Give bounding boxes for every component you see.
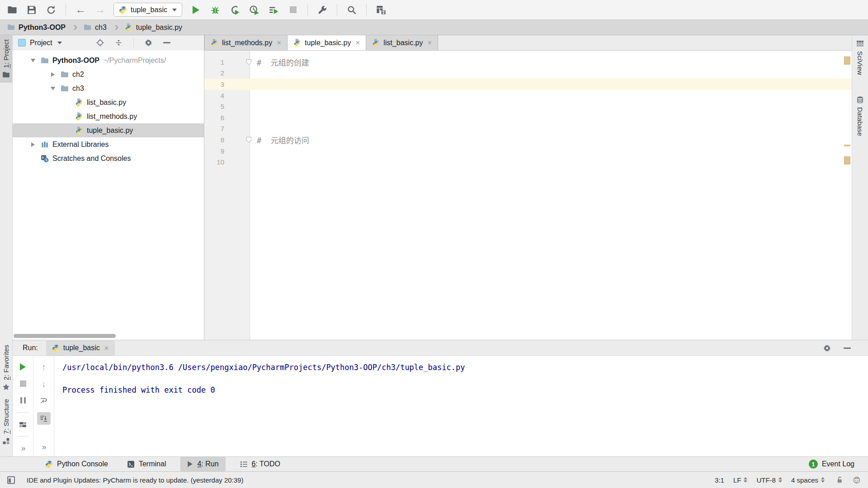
search-everywhere-button[interactable]	[346, 3, 358, 17]
expand-arrow-icon[interactable]	[49, 84, 57, 93]
close-tab-icon[interactable]: ×	[104, 344, 109, 352]
overview-ruler-mark[interactable]	[844, 56, 850, 65]
expand-arrow-icon[interactable]	[29, 56, 37, 65]
pause-output-button[interactable]	[17, 395, 29, 405]
code-editor[interactable]: 1 # 元组的创建 2 3	[204, 51, 852, 340]
scroll-to-end-button[interactable]	[37, 412, 51, 425]
tool-tab-sciview[interactable]: SciView	[856, 35, 864, 80]
debug-button[interactable]	[209, 3, 221, 17]
run-concurrency-button[interactable]	[268, 3, 279, 17]
tool-tab-run[interactable]: 4: Run	[180, 457, 225, 471]
soft-wrap-icon	[40, 397, 47, 404]
unlock-icon[interactable]	[835, 476, 844, 484]
hide-panel-icon[interactable]	[844, 347, 851, 349]
open-button[interactable]	[6, 3, 18, 17]
rerun-button[interactable]	[17, 362, 29, 372]
profile-button[interactable]	[248, 3, 260, 17]
chevron-down-icon[interactable]	[57, 42, 62, 44]
tool-tab-structure[interactable]: 7: Structure	[0, 395, 12, 449]
indent-widget[interactable]: 4 spaces	[791, 476, 825, 484]
run-with-coverage-button[interactable]	[229, 3, 241, 17]
event-log-button[interactable]: 1 Event Log	[809, 457, 854, 471]
right-tool-stripe: SciView Database	[852, 35, 868, 340]
editor-line-current: 3	[204, 79, 852, 90]
prev-occurrence-button[interactable]: ↑	[38, 362, 50, 372]
hide-panel-icon[interactable]	[163, 42, 170, 43]
close-tab-icon[interactable]: ×	[277, 39, 281, 47]
tab-list-methods[interactable]: list_methods.py ×	[204, 35, 288, 50]
tree-item-tuple-basic[interactable]: tuple_basic.py	[13, 123, 204, 137]
run-tab-tuple-basic[interactable]: tuple_basic ×	[46, 340, 115, 356]
horizontal-scrollbar[interactable]	[14, 334, 116, 338]
overview-ruler-mark[interactable]	[844, 145, 850, 146]
breadcrumb-item-folder[interactable]: ch3	[84, 23, 107, 32]
tab-list-basic[interactable]: list_basic.py ×	[366, 35, 438, 50]
caret-position-widget[interactable]: 3:1	[715, 476, 724, 484]
restore-layout-button[interactable]	[17, 419, 29, 429]
gear-icon[interactable]	[823, 344, 831, 352]
editor-line: 9	[204, 145, 852, 157]
collapse-arrow-icon[interactable]	[49, 70, 57, 79]
line-number: 6	[204, 114, 250, 122]
stop-button[interactable]	[287, 3, 299, 17]
overview-ruler-mark[interactable]	[844, 156, 850, 164]
python-file-icon	[372, 39, 380, 47]
folder-icon	[84, 23, 91, 31]
more-actions-button[interactable]: »	[17, 443, 29, 453]
run-console: /usr/local/bin/python3.6 /Users/pengxiao…	[54, 356, 868, 456]
project-panel-title: Project	[30, 39, 52, 47]
encoding-widget[interactable]: UTF-8	[756, 476, 782, 484]
sync-button[interactable]	[45, 3, 57, 17]
breadcrumb-item-file[interactable]: tuple_basic.py	[125, 23, 182, 32]
tree-item-scratches[interactable]: Scratches and Consoles	[13, 151, 204, 165]
toolbar-separator	[17, 436, 29, 436]
tool-tab-database[interactable]: Database	[856, 91, 864, 141]
python-file-icon	[75, 127, 83, 135]
console-blank-line	[62, 373, 868, 385]
code-comment: # 元组的创建	[257, 56, 309, 68]
tab-tuple-basic[interactable]: tuple_basic.py ×	[288, 35, 366, 50]
run-button[interactable]	[190, 3, 202, 17]
run-toolbar-primary: »	[13, 356, 33, 456]
tool-tab-python-console[interactable]: Python Console	[41, 457, 113, 471]
close-tab-icon[interactable]: ×	[428, 39, 432, 47]
more-actions-button[interactable]: »	[38, 442, 50, 452]
back-button[interactable]: ←	[75, 3, 86, 17]
forward-button[interactable]: →	[94, 3, 106, 17]
tree-item-list-basic[interactable]: list_basic.py	[13, 95, 204, 109]
stop-process-button[interactable]	[17, 379, 29, 389]
soft-wrap-button[interactable]	[38, 395, 50, 405]
tool-tab-todo[interactable]: 6: TODO	[236, 457, 285, 471]
breadcrumb-item-project[interactable]: Python3-OOP	[7, 23, 66, 32]
close-tab-icon[interactable]: ×	[355, 39, 360, 47]
main-area: 1: Project 2: Favorites 7: Structure Pro…	[0, 35, 868, 456]
sciview-icon	[856, 40, 864, 47]
database-icon	[856, 96, 864, 103]
run-configuration-select[interactable]: tuple_basic	[113, 3, 182, 17]
window-save-icon	[376, 5, 386, 15]
run-panel-body: » ↑ ↓ » /usr/local/bin/python3.6 /Users/…	[13, 356, 868, 456]
locate-file-icon[interactable]	[96, 39, 104, 47]
console-command-line: /usr/local/bin/python3.6 /Users/pengxiao…	[62, 362, 868, 373]
save-button[interactable]	[26, 3, 38, 17]
collapse-all-icon[interactable]	[115, 39, 123, 47]
inspections-hector-icon[interactable]	[853, 476, 861, 484]
tree-item-ch3[interactable]: ch3	[13, 81, 204, 95]
gear-icon[interactable]	[145, 39, 152, 47]
tool-tab-project[interactable]: 1: Project	[0, 35, 12, 83]
tool-tab-terminal[interactable]: Terminal	[123, 457, 170, 471]
save-layout-button[interactable]	[375, 3, 387, 17]
tree-item-project-root[interactable]: Python3-OOP ~/PycharmProjects/	[13, 53, 204, 67]
tree-item-list-methods[interactable]: list_methods.py	[13, 109, 204, 123]
next-occurrence-button[interactable]: ↓	[38, 379, 50, 389]
search-icon	[347, 5, 357, 15]
tool-tab-favorites[interactable]: 2: Favorites	[0, 341, 12, 395]
chevron-right-icon	[72, 25, 77, 30]
tree-item-ch2[interactable]: ch2	[13, 67, 204, 81]
toolwindow-toggle-icon[interactable]	[7, 476, 15, 484]
edit-configurations-button[interactable]	[316, 3, 328, 17]
tree-item-external-libraries[interactable]: External Libraries	[13, 137, 204, 151]
collapse-arrow-icon[interactable]	[29, 141, 37, 149]
layout-icon	[19, 421, 27, 428]
line-separator-widget[interactable]: LF	[733, 476, 748, 484]
